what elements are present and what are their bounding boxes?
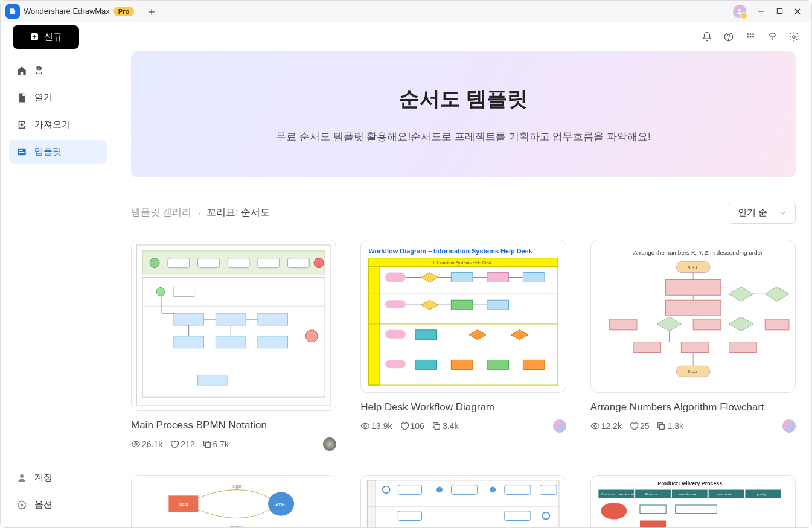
new-tab-button[interactable]: ＋ [146, 4, 157, 19]
svg-rect-38 [216, 336, 246, 348]
template-stats: 26.1k 212 6.7k [131, 437, 336, 451]
top-toolbar: 신규 [1, 22, 811, 51]
sidebar-item-open[interactable]: 열기 [9, 86, 107, 109]
svg-rect-39 [258, 336, 288, 348]
svg-point-42 [135, 443, 137, 445]
bell-icon[interactable] [702, 31, 712, 42]
new-button[interactable]: 신규 [13, 25, 79, 49]
svg-text:Stop: Stop [687, 369, 697, 374]
apps-icon[interactable] [745, 31, 756, 42]
svg-text:ATM: ATM [275, 502, 285, 507]
svg-point-32 [156, 287, 165, 296]
template-thumbnail: Arrange the numbers X, Y, Z in descendin… [590, 240, 796, 393]
user-avatar[interactable] [733, 5, 746, 18]
breadcrumb-root[interactable]: 템플릿 갤러리 [131, 206, 191, 219]
template-card[interactable]: Workflow Diagram – Information Systems H… [360, 240, 566, 451]
sort-selected: 인기 순 [738, 207, 767, 218]
svg-rect-17 [19, 152, 25, 153]
template-grid: Main Process BPMN Notation 26.1k 212 6.7… [131, 240, 796, 527]
template-stats: 12.2k 25 1.3k [590, 419, 796, 433]
svg-point-70 [364, 425, 366, 427]
svg-rect-52 [386, 273, 406, 282]
svg-marker-80 [729, 317, 753, 331]
svg-rect-16 [19, 150, 23, 151]
svg-point-110 [543, 512, 550, 520]
gear-icon [16, 500, 27, 511]
svg-point-19 [21, 503, 24, 506]
maximize-button[interactable] [770, 3, 788, 20]
copy-icon [656, 421, 666, 431]
svg-rect-107 [505, 485, 531, 495]
template-card[interactable]: user ATM login money login [131, 475, 336, 527]
svg-point-106 [490, 487, 496, 493]
svg-rect-81 [609, 319, 637, 330]
content-area: 순서도 템플릿 무료 순서도 템플릿 활용해요!순서도로 프레젝트를 기획하고 … [115, 51, 811, 527]
template-title: Arrange Numbers Algorithm Flowchart [590, 401, 796, 413]
close-button[interactable] [788, 3, 807, 20]
template-title: Main Process BPMN Notation [131, 419, 336, 431]
svg-rect-68 [487, 360, 509, 369]
svg-marker-79 [657, 317, 681, 331]
svg-point-18 [20, 474, 24, 478]
template-thumbnail [360, 475, 566, 527]
hero-subtitle: 무료 순서도 템플릿 활용해요!순서도로 프레젝트를 기획하고 업무흐름을 파악… [149, 130, 778, 144]
copy-icon [202, 439, 212, 449]
svg-marker-56 [421, 273, 438, 282]
svg-point-10 [752, 33, 754, 35]
svg-marker-58 [469, 330, 486, 340]
svg-point-28 [314, 258, 324, 268]
svg-point-8 [747, 33, 749, 35]
svg-rect-37 [174, 336, 204, 348]
svg-rect-69 [523, 360, 545, 369]
titlebar: Wondershare EdrawMax Pro ＋ [1, 1, 811, 22]
svg-rect-65 [415, 330, 437, 340]
author-avatar[interactable] [323, 437, 336, 451]
sidebar-item-label: 열기 [34, 92, 53, 103]
svg-text:Outbound demand side: Outbound demand side [601, 492, 638, 496]
theme-icon[interactable] [767, 31, 778, 42]
template-stats: 13.9k 106 3.4k [360, 419, 566, 433]
sidebar-item-home[interactable]: 홈 [9, 59, 107, 82]
svg-text:login: login [232, 484, 241, 489]
help-icon[interactable] [723, 31, 734, 42]
svg-rect-25 [228, 258, 249, 268]
sidebar-item-templates[interactable]: 템플릿 [9, 140, 107, 164]
copy-icon [432, 421, 441, 431]
chevron-right-icon: › [197, 208, 200, 218]
template-card[interactable]: Arrange the numbers X, Y, Z in descendin… [590, 240, 796, 451]
svg-rect-64 [487, 300, 509, 310]
svg-marker-57 [421, 300, 438, 310]
sidebar-item-import[interactable]: 가져오기 [9, 113, 107, 136]
sidebar-item-account[interactable]: 계정 [9, 466, 107, 489]
template-icon [16, 147, 27, 157]
svg-rect-84 [633, 342, 661, 353]
template-thumbnail [131, 240, 336, 411]
author-avatar[interactable] [553, 419, 566, 433]
svg-text:Product Delivery Process: Product Delivery Process [657, 480, 722, 486]
heart-icon [400, 421, 409, 431]
svg-point-0 [738, 9, 741, 11]
template-card[interactable]: Main Process BPMN Notation 26.1k 212 6.7… [131, 240, 336, 451]
author-avatar[interactable] [782, 419, 796, 433]
eye-icon [590, 421, 600, 431]
template-card[interactable] [360, 475, 566, 527]
template-card[interactable]: Product Delivery Process Outbound demand… [590, 475, 796, 527]
svg-rect-47 [369, 267, 380, 385]
svg-point-12 [750, 36, 752, 38]
svg-rect-90 [660, 424, 665, 429]
home-icon [16, 65, 27, 76]
settings-icon[interactable] [788, 31, 799, 42]
svg-rect-62 [523, 273, 545, 282]
svg-text:purchase: purchase [717, 492, 731, 496]
sort-dropdown[interactable]: 인기 순 [729, 202, 796, 224]
svg-rect-125 [640, 520, 666, 527]
svg-point-104 [436, 487, 443, 493]
svg-point-11 [747, 36, 749, 38]
minimize-button[interactable] [752, 3, 770, 20]
svg-rect-2 [777, 8, 782, 13]
svg-rect-105 [452, 485, 478, 495]
app-logo [5, 4, 20, 19]
sidebar-item-options[interactable]: 옵션 [9, 493, 107, 517]
sidebar-item-label: 계정 [34, 472, 53, 483]
svg-rect-71 [435, 424, 440, 429]
